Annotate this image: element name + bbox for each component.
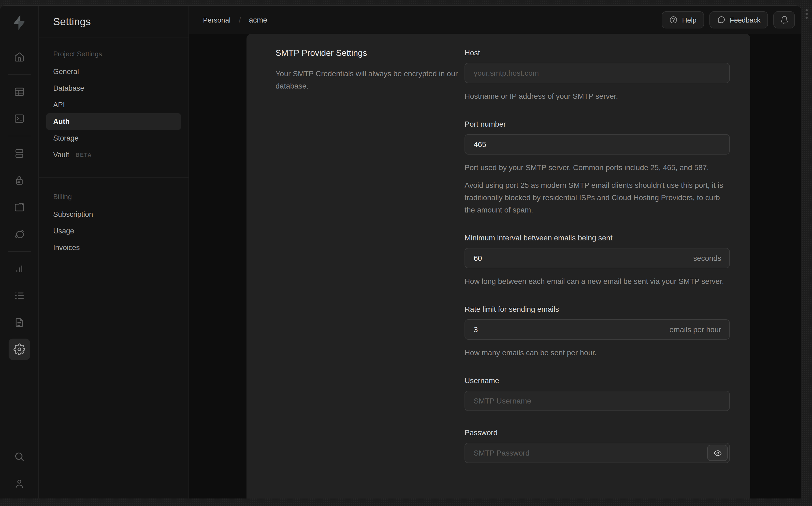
supabase-logo-icon[interactable] [12,14,26,30]
speech-bubble-icon [717,15,726,24]
host-input[interactable] [464,63,730,83]
sidebar-divider [39,177,189,178]
interval-helper: How long between each email can a new em… [464,275,730,287]
icon-rail [0,6,39,499]
beta-badge: BETA [76,147,92,163]
rail-divider [8,74,30,75]
rail-database-button[interactable] [8,143,30,164]
eye-icon [714,449,722,457]
bell-icon [780,15,789,24]
username-field-row: Username [464,376,730,411]
panel-intro: SMTP Provider Settings Your SMTP Credent… [276,48,464,499]
panel-description: Your SMTP Credentials will always be enc… [276,68,463,92]
rail-table-editor-button[interactable] [8,81,30,102]
home-icon [13,51,25,63]
rail-divider [8,136,30,136]
document-icon [13,317,25,328]
settings-sidebar: Settings Project Settings General Databa… [39,6,189,499]
rail-auth-button[interactable] [8,170,30,191]
help-button[interactable]: Help [662,11,704,28]
breadcrumb-separator: / [239,15,241,24]
app-window: Settings Project Settings General Databa… [0,5,801,499]
list-icon [13,290,25,302]
nav-section-billing: Billing [39,193,189,201]
sidebar-item-storage[interactable]: Storage [46,130,181,147]
sidebar-item-usage[interactable]: Usage [46,223,181,239]
host-label: Host [464,48,730,57]
page-title: Settings [53,16,91,28]
notifications-button[interactable] [773,11,795,28]
topbar-actions: Help Feedback [662,11,795,28]
sidebar-item-general[interactable]: General [46,63,181,80]
sidebar-item-vault[interactable]: Vault BETA [46,147,181,163]
table-icon [13,86,25,98]
breadcrumb-project[interactable]: acme [249,15,267,24]
search-icon [13,451,25,462]
sidebar-item-auth[interactable]: Auth [46,113,181,130]
folder-icon [13,201,25,213]
sidebar-item-invoices[interactable]: Invoices [46,239,181,256]
rail-storage-button[interactable] [8,196,30,218]
scrollbar-dot [806,13,808,15]
bar-chart-icon [13,263,25,275]
rate-limit-input[interactable] [464,319,730,340]
scrollbar-dot [806,9,808,11]
password-input[interactable] [464,443,730,463]
gear-icon [13,343,25,355]
topbar: Personal / acme Help [189,6,801,34]
screen: Settings Project Settings General Databa… [0,0,812,506]
terminal-icon [13,113,25,124]
port-field-row: Port number Port used by your SMTP serve… [464,120,730,216]
rail-user-button[interactable] [8,473,30,494]
rail-reports-button[interactable] [8,258,30,279]
rate-limit-field-row: Rate limit for sending emails emails per… [464,305,730,359]
username-input[interactable] [464,391,730,411]
rate-limit-helper: How many emails can be sent per hour. [464,347,730,359]
sidebar-item-database[interactable]: Database [46,80,181,97]
rate-limit-label: Rate limit for sending emails [464,305,730,313]
rail-divider [8,251,30,252]
smtp-settings-panel: SMTP Provider Settings Your SMTP Credent… [246,34,750,499]
username-label: Username [464,376,730,385]
rail-project-settings-button[interactable] [8,339,30,360]
smtp-form: Host Hostname or IP address of your SMTP… [464,48,730,499]
scrollbar-dot [806,17,808,19]
feedback-button[interactable]: Feedback [710,11,768,28]
sidebar-item-api[interactable]: API [46,97,181,113]
breadcrumb-org[interactable]: Personal [203,16,231,24]
host-field-row: Host Hostname or IP address of your SMTP… [464,48,730,102]
rail-edge-functions-button[interactable] [8,223,30,245]
rail-home-button[interactable] [8,46,30,68]
port-note: Avoid using port 25 as modern SMTP email… [464,179,730,216]
port-input[interactable] [464,134,730,155]
rail-api-docs-button[interactable] [8,312,30,333]
lock-icon [13,174,25,186]
port-helper: Port used by your SMTP server. Common po… [464,162,730,174]
rail-logs-button[interactable] [8,285,30,307]
rail-sql-editor-button[interactable] [8,108,30,129]
nav-section-project-settings: Project Settings [39,50,189,58]
user-icon [13,478,25,489]
help-circle-icon [669,15,678,24]
password-field-row: Password [464,428,730,463]
panel-title: SMTP Provider Settings [276,48,464,58]
orbit-icon [13,228,25,240]
rail-search-button[interactable] [8,446,30,468]
content-area: SMTP Provider Settings Your SMTP Credent… [189,34,801,499]
toggle-password-visibility-button[interactable] [707,445,728,461]
interval-input[interactable] [464,248,730,268]
database-icon [13,148,25,159]
settings-sidebar-header: Settings [39,6,189,38]
sidebar-item-subscription[interactable]: Subscription [46,206,181,223]
main-area: Personal / acme Help [189,6,801,499]
settings-sidebar-body: Project Settings General Database API Au… [39,38,189,256]
password-label: Password [464,428,730,437]
host-helper: Hostname or IP address of your SMTP serv… [464,90,730,102]
interval-field-row: Minimum interval between emails being se… [464,233,730,287]
interval-label: Minimum interval between emails being se… [464,233,730,242]
port-label: Port number [464,120,730,128]
